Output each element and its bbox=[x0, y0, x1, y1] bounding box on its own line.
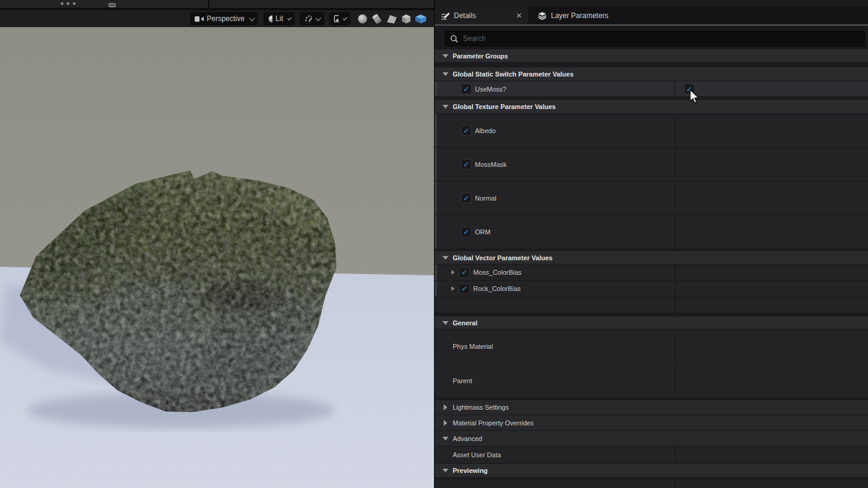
category-textures[interactable]: Global Texture Parameter Values bbox=[435, 100, 868, 114]
expand-arrow-icon[interactable] bbox=[442, 54, 448, 58]
expand-arrow-icon[interactable] bbox=[442, 105, 448, 108]
toolbar-fragment-icon bbox=[60, 2, 76, 7]
chevron-down-icon bbox=[249, 15, 255, 21]
row-normal[interactable]: Normal T_CoopCliff3_N bbox=[435, 181, 868, 215]
row-asset-user-data[interactable]: Asset User Data 0 Array element bbox=[435, 446, 868, 464]
section-gap bbox=[435, 63, 868, 67]
expand-arrow-icon[interactable] bbox=[442, 437, 448, 440]
layers-icon bbox=[538, 11, 547, 20]
camera-speed-icon bbox=[304, 14, 312, 23]
category-advanced[interactable]: Advanced bbox=[435, 431, 868, 446]
view-mode-label: Lit bbox=[275, 14, 283, 23]
chevron-down-icon bbox=[342, 16, 347, 20]
row-usemoss[interactable]: UseMoss? bbox=[435, 81, 868, 97]
category-label: Lightmass Settings bbox=[453, 404, 509, 411]
expand-arrow-icon[interactable] bbox=[442, 321, 448, 325]
row-preview-mesh[interactable]: SM_CoopCliff3 bbox=[435, 480, 868, 488]
row-mossmask[interactable]: MossMask T_Cliff3_MossMask bbox=[435, 148, 868, 181]
category-label: Global Vector Parameter Values bbox=[453, 254, 553, 261]
perspective-label: Perspective bbox=[207, 14, 245, 23]
shape-cylinder-button[interactable] bbox=[371, 13, 383, 25]
row-orm[interactable]: ORM T_CoopCliff3_ORM bbox=[435, 215, 868, 249]
search-icon bbox=[450, 35, 458, 43]
perspective-icon bbox=[195, 16, 204, 22]
expand-arrow-icon[interactable] bbox=[442, 72, 448, 76]
toolbar-fragment-icon-2 bbox=[108, 3, 116, 7]
override-checkbox[interactable] bbox=[462, 160, 471, 169]
category-label: Parameter Groups bbox=[453, 52, 508, 60]
param-label: Asset User Data bbox=[453, 451, 501, 458]
shape-plane-icon bbox=[386, 14, 397, 24]
override-checkbox[interactable] bbox=[460, 284, 469, 293]
category-vectors[interactable]: Global Vector Parameter Values bbox=[435, 251, 868, 264]
close-icon[interactable]: ✕ bbox=[516, 11, 522, 20]
tab-details-label: Details bbox=[454, 11, 476, 20]
material-preview-viewport[interactable]: Perspective Lit bbox=[0, 8, 434, 488]
row-parent[interactable]: Parent MM_Base bbox=[435, 363, 868, 398]
details-panel: Details ✕ Layer Parameters Search Parame… bbox=[434, 0, 868, 488]
category-label: Material Property Overrides bbox=[453, 419, 534, 427]
expand-arrow-icon[interactable] bbox=[451, 286, 454, 291]
search-input[interactable]: Search bbox=[445, 31, 865, 46]
category-parameter-groups[interactable]: Parameter Groups bbox=[435, 49, 868, 63]
shape-plane-button[interactable] bbox=[385, 13, 398, 25]
preview-scene[interactable] bbox=[0, 27, 434, 488]
shape-cylinder-icon bbox=[372, 14, 382, 24]
collapse-arrow-icon[interactable] bbox=[444, 420, 447, 426]
expand-arrow-icon[interactable] bbox=[442, 469, 448, 472]
shape-sphere-button[interactable] bbox=[356, 13, 369, 25]
param-label: MossMask bbox=[475, 161, 507, 168]
viewport-toolbar: Perspective Lit bbox=[0, 10, 434, 27]
category-static-switch[interactable]: Global Static Switch Parameter Values bbox=[435, 67, 868, 81]
row-albedo[interactable]: Albedo T_CoopCliff3_A bbox=[435, 114, 868, 148]
top-strip-divider bbox=[208, 0, 209, 8]
param-label: Phys Material bbox=[453, 343, 493, 350]
override-checkbox[interactable] bbox=[462, 84, 471, 93]
category-general[interactable]: General bbox=[435, 316, 868, 330]
row-rock-colorbias[interactable]: Rock_ColorBias bbox=[435, 281, 868, 297]
param-label: Normal bbox=[475, 195, 496, 202]
category-label: Global Texture Parameter Values bbox=[453, 103, 556, 110]
chevron-down-icon bbox=[287, 16, 292, 20]
details-rows: Parameter Groups Global Static Switch Pa… bbox=[435, 49, 868, 488]
preview-scene-settings-dropdown[interactable] bbox=[329, 12, 350, 25]
row-moss-colorbias[interactable]: Moss_ColorBias bbox=[435, 264, 868, 281]
category-label: Advanced bbox=[453, 435, 482, 442]
shape-custom-mesh-icon bbox=[415, 14, 427, 24]
empty-row bbox=[435, 297, 868, 313]
lit-sphere-icon bbox=[268, 15, 272, 23]
search-placeholder: Search bbox=[463, 34, 486, 43]
tab-layer-parameters-label: Layer Parameters bbox=[551, 11, 608, 20]
override-checkbox[interactable] bbox=[462, 228, 471, 237]
shape-cube-icon bbox=[401, 14, 412, 25]
view-mode-dropdown[interactable]: Lit bbox=[263, 12, 295, 25]
panel-tab-bar: Details ✕ Layer Parameters bbox=[435, 7, 868, 24]
perspective-dropdown[interactable]: Perspective bbox=[190, 12, 258, 25]
category-material-overrides[interactable]: Material Property Overrides bbox=[435, 415, 868, 431]
override-checkbox[interactable] bbox=[460, 268, 469, 277]
mouse-cursor bbox=[689, 89, 701, 105]
search-row: Search bbox=[435, 26, 868, 49]
tab-details[interactable]: Details ✕ bbox=[435, 7, 528, 24]
override-checkbox[interactable] bbox=[462, 193, 471, 202]
camera-speed-dropdown[interactable] bbox=[300, 12, 324, 25]
category-lightmass[interactable]: Lightmass Settings bbox=[435, 400, 868, 415]
category-label: General bbox=[453, 319, 477, 327]
param-label: Albedo bbox=[475, 127, 495, 134]
details-tab-icon bbox=[441, 12, 450, 20]
param-label: Moss_ColorBias bbox=[473, 269, 521, 276]
category-previewing[interactable]: Previewing bbox=[435, 464, 868, 478]
expand-arrow-icon[interactable] bbox=[442, 256, 448, 260]
category-label: Global Static Switch Parameter Values bbox=[453, 70, 574, 78]
collapse-arrow-icon[interactable] bbox=[444, 404, 447, 410]
param-label: Parent bbox=[453, 377, 472, 384]
expand-arrow-icon[interactable] bbox=[451, 270, 454, 275]
override-checkbox[interactable] bbox=[462, 126, 471, 135]
category-label: Previewing bbox=[453, 467, 488, 474]
shape-sphere-icon bbox=[357, 14, 368, 24]
param-label: ORM bbox=[475, 228, 491, 236]
shape-custom-mesh-button[interactable] bbox=[414, 13, 427, 25]
shape-cube-button[interactable] bbox=[400, 13, 412, 25]
tab-layer-parameters[interactable]: Layer Parameters bbox=[532, 7, 614, 24]
row-phys-material[interactable]: Phys Material None None bbox=[435, 330, 868, 363]
